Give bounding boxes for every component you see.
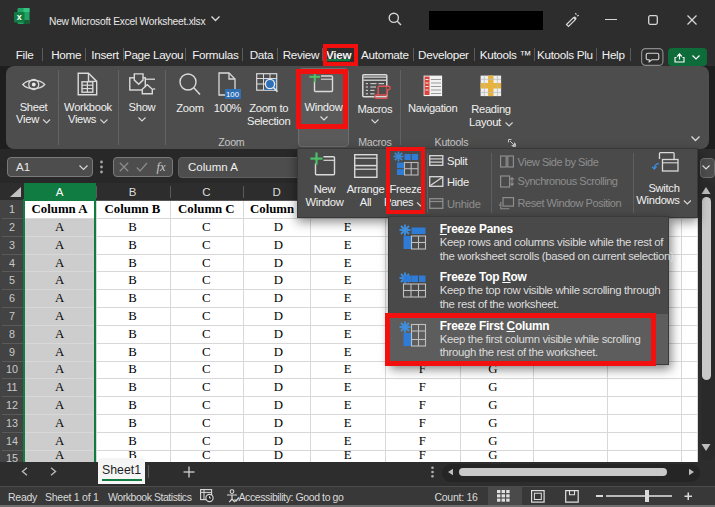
svg-text:x: x	[17, 12, 22, 22]
